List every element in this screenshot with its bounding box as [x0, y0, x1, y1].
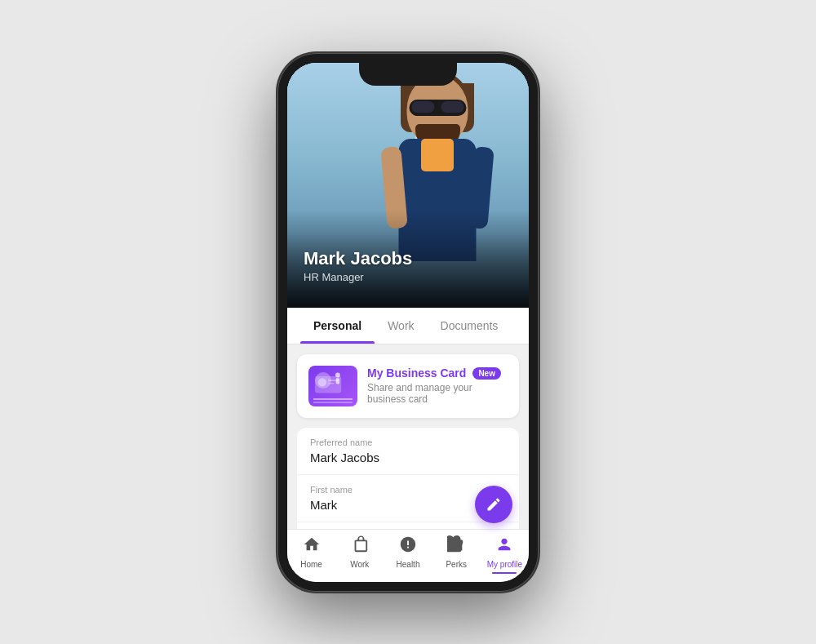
health-icon — [399, 535, 417, 557]
bottom-nav: Home Work Health — [287, 529, 529, 582]
business-card-section[interactable]: My Business Card New Share and manage yo… — [297, 354, 519, 418]
pencil-icon — [486, 496, 502, 513]
nav-active-underline — [492, 572, 517, 574]
tab-personal[interactable]: Personal — [300, 308, 375, 344]
biz-card-title: My Business Card — [367, 366, 466, 380]
phone-container: Mark Jacobs HR Manager Personal Work Doc… — [277, 53, 539, 592]
biz-card-illustration — [308, 366, 357, 406]
new-badge: New — [472, 367, 501, 380]
profile-name: Mark Jacobs — [304, 248, 412, 269]
svg-point-4 — [335, 372, 340, 377]
hero-section: Mark Jacobs HR Manager — [287, 63, 529, 308]
tabs-bar: Personal Work Documents — [287, 308, 529, 344]
first-name-label: First name — [310, 485, 506, 495]
tab-work[interactable]: Work — [375, 308, 427, 344]
perks-icon — [447, 535, 465, 557]
nav-item-home[interactable]: Home — [287, 531, 335, 574]
notch — [359, 63, 457, 86]
screen-content: Mark Jacobs HR Manager Personal Work Doc… — [287, 63, 529, 582]
tab-documents[interactable]: Documents — [428, 308, 512, 344]
svg-rect-3 — [328, 383, 334, 384]
biz-card-description: Share and manage your business card — [367, 382, 508, 405]
my-profile-label: My profile — [487, 560, 522, 569]
preferred-name-label: Preferred name — [310, 437, 506, 447]
profile-title: HR Manager — [304, 271, 412, 283]
perks-label: Perks — [446, 560, 467, 569]
home-icon — [303, 535, 321, 557]
biz-card-title-row: My Business Card New — [367, 366, 508, 380]
nav-item-my-profile[interactable]: My profile — [481, 531, 529, 574]
my-profile-icon — [495, 535, 513, 557]
card-art-icon — [315, 370, 351, 401]
fab-edit-button[interactable] — [475, 486, 512, 523]
work-label: Work — [350, 560, 369, 569]
nav-item-health[interactable]: Health — [384, 531, 432, 574]
jacket-collar — [421, 139, 454, 171]
nav-item-perks[interactable]: Perks — [432, 531, 481, 574]
health-label: Health — [397, 560, 420, 569]
svg-rect-5 — [336, 378, 339, 384]
field-preferred-name: Preferred name Mark Jacobs — [297, 428, 519, 475]
home-label: Home — [300, 560, 322, 569]
nav-item-work[interactable]: Work — [335, 531, 384, 574]
preferred-name-value: Mark Jacobs — [310, 451, 506, 464]
phone-screen: Mark Jacobs HR Manager Personal Work Doc… — [287, 63, 529, 582]
svg-point-1 — [318, 378, 326, 386]
biz-card-info: My Business Card New Share and manage yo… — [367, 366, 508, 405]
work-icon — [351, 535, 369, 557]
hero-text: Mark Jacobs HR Manager — [304, 248, 412, 283]
glasses — [409, 100, 466, 116]
